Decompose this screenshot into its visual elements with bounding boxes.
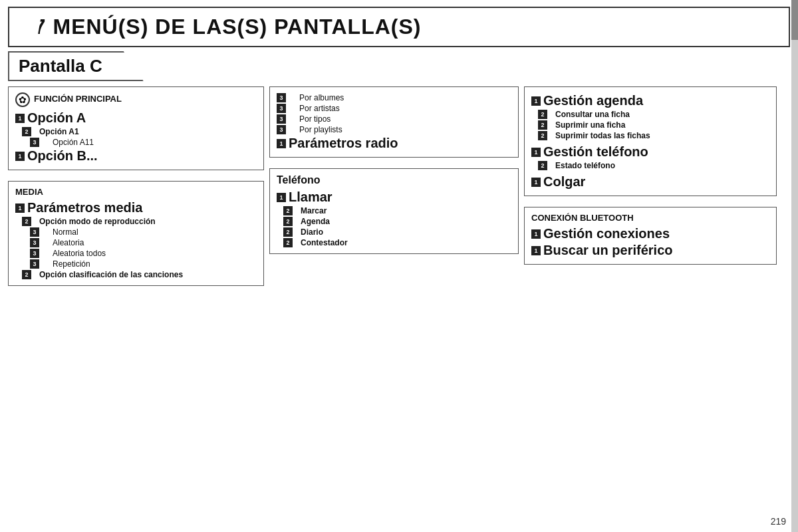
panel-bluetooth: CONEXIÓN BLUETOOTH 1 Gestión conexiones … xyxy=(524,207,777,265)
list-item: 1 Buscar un periférico xyxy=(531,242,769,259)
list-item: 2 Suprimir una ficha xyxy=(531,120,769,130)
item-label: Gestión agenda xyxy=(543,93,643,108)
list-item: 2 Opción A1 xyxy=(15,126,257,137)
list-item: 2 Marcar xyxy=(277,205,511,216)
item-label: Agenda xyxy=(295,217,330,226)
panel-telefono: Teléfono 1 Llamar 2 Marcar 2 Agenda 2 Di… xyxy=(269,168,519,254)
list-item: 3 Aleatoria todos xyxy=(15,248,257,259)
item-label: Opción A xyxy=(27,110,86,126)
item-label: Opción B... xyxy=(27,148,98,164)
sub-header-wrap: Pantalla C xyxy=(8,51,790,81)
middle-column: 3 Por albumes 3 Por artistas 3 Por tipos… xyxy=(269,86,519,499)
badge: 2 xyxy=(538,110,547,119)
badge: 1 xyxy=(531,246,541,255)
list-item: 1 Gestión agenda xyxy=(531,92,769,109)
badge: 2 xyxy=(538,131,547,140)
item-label: Suprimir una ficha xyxy=(550,120,625,130)
item-label: Buscar un periférico xyxy=(543,243,673,258)
badge: 3 xyxy=(30,227,39,237)
item-label: Opción A11 xyxy=(42,138,94,147)
badge: 3 xyxy=(30,259,39,269)
badge: 1 xyxy=(15,203,25,213)
sub-header-box: Pantalla C xyxy=(8,51,144,81)
list-item: 2 Opción modo de reproducción xyxy=(15,216,257,227)
panel-media: MEDIA 1 Parámetros media 2 Opción modo d… xyxy=(8,181,264,286)
badge: 3 xyxy=(277,93,286,102)
list-item: 1 Gestión conexiones xyxy=(531,225,769,242)
badge: 1 xyxy=(531,148,541,157)
header-title: 07 MENÚ(S) DE LAS(S) PANTALLA(S) xyxy=(21,15,421,39)
badge: 2 xyxy=(283,227,293,237)
badge: 1 xyxy=(277,139,286,148)
item-label: Por tipos xyxy=(289,114,331,124)
badge: 2 xyxy=(538,161,547,170)
list-item: 1 Gestión teléfono xyxy=(531,144,769,160)
badge: 2 xyxy=(283,206,293,215)
item-label: Repetición xyxy=(42,259,90,269)
list-item: 3 Normal xyxy=(15,227,257,237)
item-label: Normal xyxy=(42,227,78,237)
item-label: Aleatoria todos xyxy=(42,249,106,258)
page-header: 07 MENÚ(S) DE LAS(S) PANTALLA(S) xyxy=(8,7,790,47)
item-label: Opción A1 xyxy=(34,127,79,136)
funcion-title: FUNCIÓN PRINCIPAL xyxy=(34,94,122,104)
badge: 2 xyxy=(22,270,31,279)
telefono-title: Teléfono xyxy=(277,174,511,186)
list-item: 3 Por artistas xyxy=(277,103,511,114)
item-label: Por playlists xyxy=(289,125,342,134)
item-label: Llamar xyxy=(289,190,332,205)
list-item: 3 Por playlists xyxy=(277,124,511,135)
list-item: 1 Opción B... xyxy=(15,148,257,164)
list-item: 2 Contestador xyxy=(277,237,511,248)
badge: 1 xyxy=(15,152,25,161)
badge: 2 xyxy=(22,217,31,226)
item-label: Contestador xyxy=(295,238,348,247)
list-item: 2 Diario xyxy=(277,227,511,237)
badge: 1 xyxy=(531,178,541,187)
badge: 1 xyxy=(531,96,541,106)
badge: 1 xyxy=(277,193,286,202)
badge: 2 xyxy=(538,120,547,130)
panel-funcion-principal: ✿ FUNCIÓN PRINCIPAL 1 Opción A 2 Opción … xyxy=(8,86,264,170)
right-column: 1 Gestión agenda 2 Consultar una ficha 2… xyxy=(524,86,777,499)
list-item: 2 Estado teléfono xyxy=(531,160,769,171)
list-item: 2 Suprimir todas las fichas xyxy=(531,130,769,141)
badge: 3 xyxy=(30,249,39,258)
list-item: 3 Repetición xyxy=(15,259,257,269)
badge: 3 xyxy=(277,104,286,113)
content-grid: ✿ FUNCIÓN PRINCIPAL 1 Opción A 2 Opción … xyxy=(8,86,790,499)
item-label: Por albumes xyxy=(289,93,344,102)
list-item: 1 Colgar xyxy=(531,174,769,190)
media-title: MEDIA xyxy=(15,187,257,197)
item-label: Parámetros media xyxy=(27,200,142,215)
item-label: Gestión conexiones xyxy=(543,226,670,241)
gear-icon: ✿ xyxy=(15,92,30,107)
item-label: Marcar xyxy=(295,206,327,215)
item-label: Suprimir todas las fichas xyxy=(550,131,650,140)
list-item: 3 Por tipos xyxy=(277,114,511,124)
list-item: 3 Opción A11 xyxy=(15,137,257,148)
badge: 3 xyxy=(277,125,286,134)
item-label: Colgar xyxy=(543,174,585,190)
badge: 3 xyxy=(30,238,39,247)
item-label: Aleatoria xyxy=(42,238,84,247)
item-label: Por artistas xyxy=(289,104,340,113)
list-item: 1 Opción A xyxy=(15,110,257,126)
badge: 2 xyxy=(283,238,293,247)
scrollbar[interactable] xyxy=(791,0,798,532)
badge: 1 xyxy=(15,114,25,123)
badge: 3 xyxy=(277,114,286,124)
list-item: 2 Consultar una ficha xyxy=(531,109,769,120)
item-label: Diario xyxy=(295,227,323,237)
badge: 2 xyxy=(283,217,293,226)
list-item: 3 Por albumes xyxy=(277,92,511,103)
panel-mid-top: 3 Por albumes 3 Por artistas 3 Por tipos… xyxy=(269,86,519,158)
badge: 3 xyxy=(30,138,39,147)
item-label: Opción clasificación de las canciones xyxy=(34,270,183,279)
item-label: Gestión teléfono xyxy=(543,144,648,160)
sub-header-title: Pantalla C xyxy=(19,56,102,76)
list-item: 2 Opción clasificación de las canciones xyxy=(15,269,257,280)
bluetooth-title: CONEXIÓN BLUETOOTH xyxy=(531,213,769,223)
scrollbar-thumb[interactable] xyxy=(791,0,798,40)
item-label: Consultar una ficha xyxy=(550,110,630,119)
